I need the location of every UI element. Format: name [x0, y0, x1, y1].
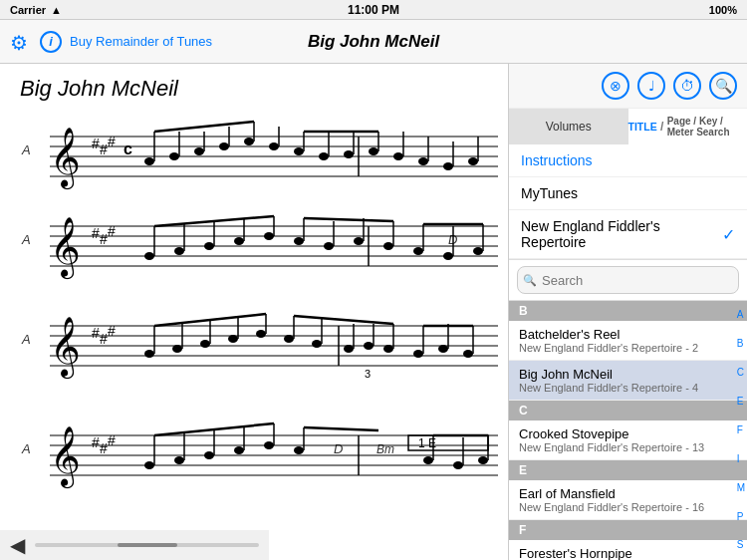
- alpha-p[interactable]: P: [737, 511, 745, 523]
- note-icon[interactable]: ♩: [637, 72, 665, 100]
- tune-item-batchelders-reel[interactable]: Batchelder's Reel New England Fiddler's …: [509, 321, 747, 361]
- alpha-index[interactable]: A B C E F I M P S: [737, 301, 745, 560]
- sheet-music: Big John McNeil A 𝄞 # # # c: [0, 64, 508, 560]
- tune-item-crooked-stovepipe[interactable]: Crooked Stovepipe New England Fiddler's …: [509, 420, 747, 460]
- volume-list: Instructions MyTunes New England Fiddler…: [509, 144, 747, 260]
- svg-point-106: [364, 342, 374, 350]
- scroll-track[interactable]: [35, 543, 259, 547]
- svg-point-65: [324, 242, 334, 250]
- block-icon[interactable]: ⊗: [602, 72, 629, 100]
- alpha-c[interactable]: C: [737, 367, 745, 379]
- clock-icon[interactable]: ⏱: [673, 72, 701, 100]
- svg-point-57: [204, 242, 214, 250]
- svg-point-13: [169, 152, 179, 160]
- svg-point-93: [172, 345, 182, 353]
- section-header-c: C: [509, 401, 747, 420]
- tune-list[interactable]: B Batchelder's Reel New England Fiddler'…: [509, 301, 747, 560]
- scroll-thumb: [118, 543, 177, 547]
- svg-point-11: [144, 157, 154, 165]
- search-icon-btn[interactable]: 🔍: [709, 72, 737, 100]
- wifi-icon: ▲: [51, 4, 62, 16]
- svg-point-116: [463, 350, 473, 358]
- volume-item-nefr[interactable]: New England Fiddler's Repertoire ✓: [509, 210, 747, 259]
- tab-title-search[interactable]: TITLE / Page / Key / Meter Search: [628, 109, 748, 144]
- svg-point-138: [204, 451, 214, 459]
- status-right: 100%: [709, 4, 737, 16]
- svg-line-155: [304, 427, 378, 430]
- svg-point-17: [219, 142, 229, 150]
- tune-item-big-john-mcneil[interactable]: Big John McNeil New England Fiddler's Re…: [509, 361, 747, 401]
- alpha-i[interactable]: I: [737, 453, 745, 465]
- scroll-bar: ◀: [0, 530, 269, 560]
- svg-point-105: [344, 345, 354, 353]
- nav-bar: ⚙ i Buy Remainder of Tunes Big John McNe…: [0, 20, 747, 64]
- svg-point-134: [144, 461, 154, 469]
- svg-text:D: D: [334, 441, 343, 456]
- svg-point-67: [354, 237, 364, 245]
- scroll-left-arrow[interactable]: ◀: [10, 533, 25, 557]
- svg-text:A: A: [21, 332, 31, 347]
- svg-point-136: [174, 456, 184, 464]
- volume-item-instructions[interactable]: Instructions: [509, 144, 747, 177]
- status-time: 11:00 PM: [348, 3, 399, 17]
- svg-point-144: [294, 446, 304, 454]
- svg-point-53: [144, 252, 154, 260]
- svg-point-99: [256, 330, 266, 338]
- buy-link[interactable]: Buy Remainder of Tunes: [70, 34, 212, 49]
- gear-icon[interactable]: ⚙: [10, 31, 32, 53]
- svg-point-91: [144, 350, 154, 358]
- alpha-e[interactable]: E: [737, 396, 745, 408]
- svg-text:𝄞: 𝄞: [50, 317, 81, 380]
- svg-text:#: #: [100, 331, 108, 347]
- svg-line-39: [154, 122, 254, 132]
- svg-point-150: [453, 461, 463, 469]
- alpha-b[interactable]: B: [737, 338, 745, 350]
- svg-text:𝄞: 𝄞: [50, 217, 81, 280]
- svg-text:#: #: [100, 141, 108, 157]
- svg-point-152: [478, 456, 488, 464]
- tab-title-label: TITLE: [628, 121, 657, 133]
- svg-point-95: [200, 340, 210, 348]
- svg-point-37: [468, 157, 478, 165]
- section-header-b: B: [509, 301, 747, 321]
- svg-point-107: [383, 345, 393, 353]
- svg-text:Bm: Bm: [376, 442, 394, 456]
- svg-point-63: [294, 237, 304, 245]
- svg-point-35: [443, 162, 453, 170]
- svg-point-21: [269, 142, 279, 150]
- section-header-f: F: [509, 520, 747, 540]
- svg-point-23: [294, 147, 304, 155]
- svg-point-73: [443, 252, 453, 260]
- tab-volumes[interactable]: Volumes: [509, 109, 628, 144]
- alpha-f[interactable]: F: [737, 424, 745, 436]
- svg-text:#: #: [108, 223, 116, 239]
- status-bar: Carrier ▲ 11:00 PM 100%: [0, 0, 747, 20]
- tune-item-foresters-hornpipe[interactable]: Forester's Hornpipe New England Fiddler'…: [509, 540, 747, 560]
- svg-text:A: A: [21, 441, 31, 456]
- svg-text:c: c: [124, 140, 132, 157]
- svg-point-69: [383, 242, 393, 250]
- svg-point-19: [244, 138, 254, 145]
- svg-point-112: [413, 350, 423, 358]
- alpha-a[interactable]: A: [737, 309, 745, 321]
- svg-line-78: [304, 218, 393, 221]
- volume-item-mytunes[interactable]: MyTunes: [509, 177, 747, 210]
- svg-text:A: A: [21, 232, 31, 247]
- alpha-s[interactable]: S: [737, 539, 745, 551]
- svg-text:#: #: [100, 231, 108, 247]
- alpha-m[interactable]: M: [737, 482, 745, 494]
- info-icon[interactable]: i: [40, 31, 62, 53]
- carrier-label: Carrier: [10, 4, 46, 16]
- svg-text:#: #: [108, 134, 116, 149]
- status-left: Carrier ▲: [10, 4, 62, 16]
- search-input[interactable]: [517, 266, 739, 294]
- svg-point-140: [234, 446, 244, 454]
- svg-point-15: [194, 147, 204, 155]
- right-panel: ⊗ ♩ ⏱ 🔍 Volumes TITLE / Page / Key / Met…: [508, 64, 747, 560]
- svg-point-61: [264, 232, 274, 240]
- svg-point-55: [174, 247, 184, 255]
- svg-point-59: [234, 237, 244, 245]
- section-header-e: E: [509, 460, 747, 480]
- tune-item-earl-of-mansfield[interactable]: Earl of Mansfield New England Fiddler's …: [509, 480, 747, 520]
- main-content: Big John McNeil A 𝄞 # # # c: [0, 64, 747, 560]
